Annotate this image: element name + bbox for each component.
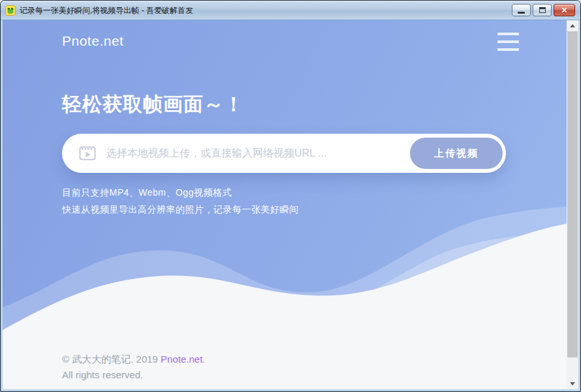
app-window: 记录每一张美好瞬间,将视频导出帧 - 吾爱破解首发 ✕ Pnote.net 轻松… bbox=[0, 0, 581, 392]
video-file-icon bbox=[79, 145, 96, 161]
page-footer: © 武大大的笔记. 2019 Pnote.net. All rights res… bbox=[62, 352, 205, 383]
copyright-text: © 武大大的笔记. 2019 bbox=[62, 354, 161, 365]
close-button[interactable]: ✕ bbox=[554, 4, 575, 16]
hamburger-icon bbox=[497, 33, 519, 35]
frog-icon bbox=[5, 5, 16, 16]
copyright-dot: . bbox=[202, 354, 205, 365]
scrollbar-track[interactable] bbox=[567, 31, 578, 378]
hamburger-menu-button[interactable] bbox=[497, 31, 520, 52]
close-icon: ✕ bbox=[561, 7, 567, 14]
upload-video-button[interactable]: 上传视频 bbox=[410, 138, 503, 169]
scroll-down-button[interactable] bbox=[567, 378, 578, 389]
page-heading: 轻松获取帧画面～！ bbox=[62, 91, 244, 118]
scrollbar-thumb[interactable] bbox=[567, 31, 578, 357]
maximize-button[interactable] bbox=[533, 4, 552, 16]
hamburger-icon bbox=[497, 40, 519, 43]
titlebar[interactable]: 记录每一张美好瞬间,将视频导出帧 - 吾爱破解首发 ✕ bbox=[1, 1, 580, 20]
scroll-up-icon bbox=[570, 24, 575, 27]
scroll-down-icon bbox=[570, 382, 575, 385]
vertical-scrollbar[interactable] bbox=[567, 20, 578, 389]
minimize-button[interactable] bbox=[512, 4, 531, 16]
video-url-input[interactable] bbox=[106, 147, 410, 159]
hamburger-icon bbox=[497, 48, 519, 51]
video-url-inputbar: 上传视频 bbox=[62, 134, 506, 173]
window-title: 记录每一张美好瞬间,将视频导出帧 - 吾爱破解首发 bbox=[20, 5, 512, 16]
rights-line: All rights reserved. bbox=[62, 367, 205, 383]
site-logo[interactable]: Pnote.net bbox=[62, 33, 123, 49]
webpage-content: Pnote.net 轻松获取帧画面～！ 上传视频 bbox=[3, 20, 567, 389]
pnote-link[interactable]: Pnote.net bbox=[161, 354, 202, 365]
maximize-icon bbox=[539, 7, 546, 13]
minimize-icon bbox=[518, 12, 525, 14]
note-line: 目前只支持MP4、Webm、Ogg视频格式 bbox=[62, 184, 299, 201]
copyright-line: © 武大大的笔记. 2019 Pnote.net. bbox=[62, 352, 205, 367]
scroll-up-button[interactable] bbox=[567, 20, 578, 31]
